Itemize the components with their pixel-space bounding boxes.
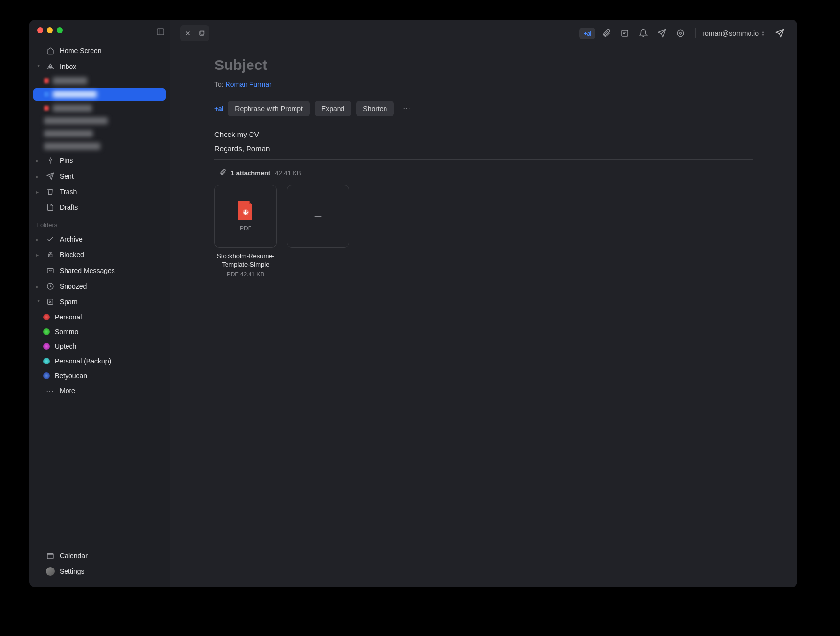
- email-body[interactable]: Check my CV: [214, 129, 753, 140]
- window-traffic-lights: [37, 27, 63, 33]
- trash-icon: [46, 187, 55, 196]
- email-signature[interactable]: Regards, Roman: [214, 144, 753, 160]
- sidebar-toggle-icon[interactable]: [157, 28, 164, 35]
- tracking-toolbar-icon[interactable]: [673, 25, 688, 41]
- drafts-icon: [46, 203, 55, 212]
- reminder-toolbar-icon[interactable]: [636, 25, 651, 41]
- svg-point-10: [678, 30, 684, 37]
- sidebar-pins[interactable]: ▸ Pins: [29, 153, 170, 168]
- sidebar-account-personal[interactable]: Personal: [29, 310, 170, 324]
- popout-tab-button[interactable]: [195, 26, 208, 40]
- inbox-account-redacted[interactable]: [29, 114, 170, 127]
- chevron-right-icon: ▸: [36, 237, 41, 242]
- sidebar-archive-label: Archive: [60, 235, 163, 243]
- svg-point-9: [680, 32, 682, 35]
- pin-icon: [46, 156, 55, 165]
- account-label: Personal: [55, 313, 163, 321]
- sidebar-drafts[interactable]: Drafts: [29, 200, 170, 215]
- ai-badge[interactable]: +aI: [579, 28, 595, 39]
- account-label: Uptech: [55, 342, 163, 350]
- sidebar-spam[interactable]: ▸ Spam: [29, 294, 170, 310]
- sidebar-inbox[interactable]: ▸ Inbox: [29, 59, 170, 74]
- add-attachment-button[interactable]: [287, 185, 349, 248]
- compose-area: Subject To: Roman Furman +aI Rephrase wi…: [170, 47, 797, 288]
- svg-rect-0: [157, 29, 164, 35]
- template-toolbar-icon[interactable]: [617, 25, 633, 41]
- chevron-down-icon: ▸: [36, 299, 42, 304]
- close-window-button[interactable]: [37, 27, 43, 33]
- sidebar-trash-label: Trash: [60, 188, 163, 196]
- chevron-down-icon: ▸: [36, 64, 42, 69]
- sidebar-shared[interactable]: Shared Messages: [29, 263, 170, 278]
- from-account-select[interactable]: roman@sommo.io ▴▾: [703, 29, 764, 37]
- redacted-text: [44, 143, 100, 150]
- send-later-toolbar-icon[interactable]: [654, 25, 670, 41]
- attachment-header: 1 attachment 42.41 KB: [214, 169, 753, 177]
- sidebar-snoozed-label: Snoozed: [60, 282, 163, 290]
- window-tab-controls: [180, 25, 209, 41]
- attachment-meta: PDF 42.41 KB: [214, 271, 277, 278]
- ai-expand-button[interactable]: Expand: [315, 101, 351, 116]
- sidebar-calendar[interactable]: Calendar: [29, 548, 170, 564]
- attachment-toolbar-icon[interactable]: [598, 25, 614, 41]
- snoozed-icon: [46, 282, 55, 291]
- sidebar-account-sommo[interactable]: Sommo: [29, 324, 170, 339]
- sidebar-archive[interactable]: ▸ Archive: [29, 231, 170, 247]
- account-avatar-icon: [43, 314, 50, 320]
- inbox-account-redacted[interactable]: [29, 140, 170, 153]
- inbox-account-redacted-selected[interactable]: [33, 88, 166, 101]
- recipient-chip[interactable]: Roman Furman: [226, 80, 273, 88]
- maximize-window-button[interactable]: [57, 27, 63, 33]
- svg-rect-5: [47, 553, 53, 559]
- sidebar-more[interactable]: ⋯ More: [29, 383, 170, 399]
- to-field[interactable]: To: Roman Furman: [214, 80, 753, 88]
- sidebar-account-uptech[interactable]: Uptech: [29, 339, 170, 354]
- toolbar-divider: [695, 28, 696, 38]
- sidebar-blocked[interactable]: ▸ Blocked: [29, 247, 170, 263]
- subject-input[interactable]: Subject: [214, 57, 753, 73]
- ai-rephrase-button[interactable]: Rephrase with Prompt: [228, 101, 310, 116]
- account-label: Betyoucan: [55, 372, 163, 380]
- ai-shorten-button[interactable]: Shorten: [356, 101, 394, 116]
- sidebar-drafts-label: Drafts: [60, 204, 163, 211]
- folders-section-label: Folders: [29, 215, 170, 231]
- sidebar-sent[interactable]: ▸ Sent: [29, 168, 170, 184]
- inbox-account-redacted[interactable]: [29, 102, 170, 114]
- blocked-icon: [46, 250, 55, 259]
- sidebar-settings[interactable]: Settings: [29, 564, 170, 579]
- ai-more-button[interactable]: ⋯: [399, 100, 414, 117]
- sidebar-home[interactable]: Home Screen: [29, 43, 170, 59]
- inbox-account-redacted[interactable]: [29, 127, 170, 140]
- from-account-label: roman@sommo.io: [703, 29, 759, 37]
- calendar-icon: [46, 551, 55, 560]
- attachment-total-size: 42.41 KB: [275, 169, 301, 177]
- sidebar-blocked-label: Blocked: [60, 251, 163, 259]
- attachment-row: PDF Stockholm-Resume-Template-Simple PDF…: [214, 185, 753, 278]
- minimize-window-button[interactable]: [47, 27, 53, 33]
- sidebar-settings-label: Settings: [60, 568, 163, 575]
- attachment-count: 1 attachment: [231, 169, 270, 177]
- sidebar-account-betyoucan[interactable]: Betyoucan: [29, 368, 170, 383]
- updown-icon: ▴▾: [762, 30, 764, 36]
- sidebar-trash[interactable]: ▸ Trash: [29, 184, 170, 200]
- sidebar-calendar-label: Calendar: [60, 552, 163, 560]
- ai-actions-row: +aI Rephrase with Prompt Expand Shorten …: [214, 100, 753, 117]
- toolbar: +aI roman@sommo.io ▴▾: [170, 20, 797, 47]
- chevron-right-icon: ▸: [36, 252, 41, 258]
- inbox-account-redacted[interactable]: [29, 74, 170, 87]
- sidebar-account-personal-backup[interactable]: Personal (Backup): [29, 354, 170, 368]
- attachment-card: PDF Stockholm-Resume-Template-Simple PDF…: [214, 185, 277, 278]
- chevron-right-icon: ▸: [36, 158, 41, 163]
- sidebar-sent-label: Sent: [60, 172, 163, 180]
- spam-icon: [46, 297, 55, 306]
- sidebar-inbox-label: Inbox: [60, 63, 163, 70]
- send-button[interactable]: [772, 25, 788, 41]
- account-avatar-icon: [43, 328, 50, 335]
- attachment-thumb[interactable]: PDF: [214, 185, 277, 248]
- sidebar-snoozed[interactable]: ▸ Snoozed: [29, 278, 170, 294]
- attachment-type-label: PDF: [240, 225, 251, 232]
- account-color-dot: [44, 92, 49, 97]
- sidebar-pins-label: Pins: [60, 157, 163, 164]
- close-tab-button[interactable]: [181, 26, 195, 40]
- redacted-text: [44, 130, 93, 137]
